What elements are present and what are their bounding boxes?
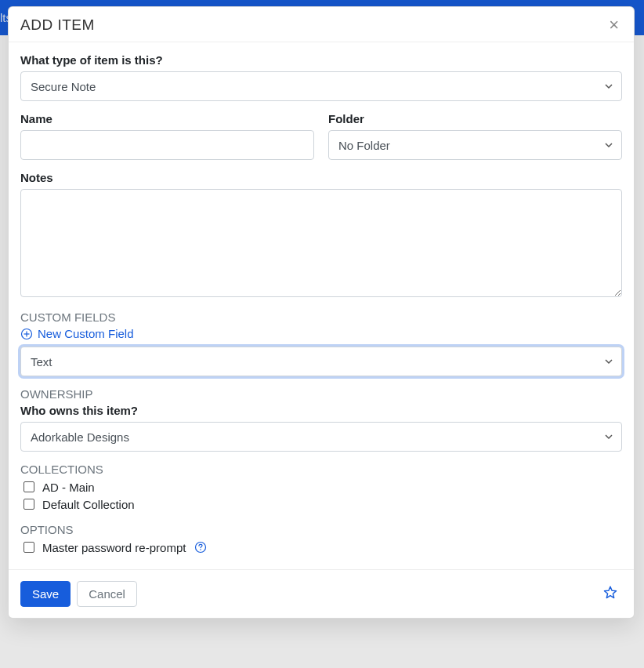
item-type-select[interactable]: Secure Note — [20, 71, 622, 101]
notes-textarea[interactable] — [20, 189, 622, 297]
folder-group: Folder No Folder — [328, 112, 622, 160]
collection-checkbox[interactable] — [24, 481, 34, 492]
reprompt-label: Master password re-prompt — [42, 541, 186, 554]
new-custom-field-label: New Custom Field — [38, 327, 134, 340]
collections-header: COLLECTIONS — [20, 463, 622, 476]
modal-footer: Save Cancel — [9, 569, 634, 618]
collection-checkbox[interactable] — [24, 499, 34, 510]
item-type-group: What type of item is this? Secure Note — [20, 53, 622, 101]
name-folder-row: Name Folder No Folder — [20, 112, 622, 171]
notes-label: Notes — [20, 171, 622, 184]
modal-header: ADD ITEM × — [9, 7, 634, 42]
options-header: OPTIONS — [20, 523, 622, 536]
svg-point-4 — [201, 549, 202, 550]
custom-field-type-select[interactable]: Text — [20, 347, 622, 376]
custom-fields-header: CUSTOM FIELDS — [20, 310, 622, 324]
name-group: Name — [20, 112, 314, 160]
star-icon — [602, 584, 619, 601]
collection-label: Default Collection — [42, 498, 135, 511]
ownership-label: Who owns this item? — [20, 404, 622, 417]
favorite-button[interactable] — [599, 581, 622, 607]
name-label: Name — [20, 112, 314, 125]
notes-group: Notes — [20, 171, 622, 300]
collection-label: AD - Main — [42, 481, 95, 494]
collection-item[interactable]: Default Collection — [20, 496, 622, 512]
close-icon: × — [609, 15, 619, 34]
help-icon[interactable] — [194, 541, 207, 554]
modal-body: What type of item is this? Secure Note N… — [9, 42, 634, 569]
name-input[interactable] — [20, 130, 314, 160]
ownership-header: OWNERSHIP — [20, 387, 622, 401]
modal-title: ADD ITEM — [20, 16, 95, 34]
folder-select[interactable]: No Folder — [328, 130, 622, 160]
reprompt-checkbox[interactable] — [24, 542, 34, 553]
plus-circle-icon — [20, 328, 33, 340]
ownership-group: Who owns this item? Adorkable Designs — [20, 404, 622, 452]
folder-label: Folder — [328, 112, 622, 125]
reprompt-option[interactable]: Master password re-prompt — [20, 539, 622, 555]
collection-item[interactable]: AD - Main — [20, 479, 622, 495]
add-item-modal: ADD ITEM × What type of item is this? Se… — [8, 6, 635, 619]
ownership-select[interactable]: Adorkable Designs — [20, 422, 622, 452]
item-type-label: What type of item is this? — [20, 53, 622, 67]
close-button[interactable]: × — [606, 16, 622, 34]
new-custom-field-link[interactable]: New Custom Field — [20, 327, 134, 340]
cancel-button[interactable]: Cancel — [77, 581, 137, 607]
save-button[interactable]: Save — [20, 581, 71, 607]
